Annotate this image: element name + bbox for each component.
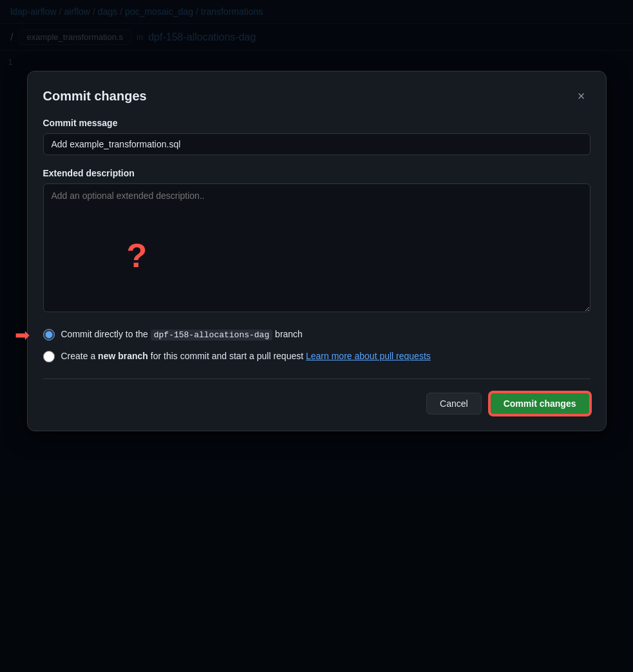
radio-section: ➡ Commit directly to the dpf-158-allocat… (43, 328, 590, 363)
arrow-annotation: ➡ (15, 324, 30, 345)
modal-footer: Cancel Commit changes (43, 392, 590, 415)
modal-header: Commit changes × (43, 87, 590, 105)
commit-message-label: Commit message (43, 118, 590, 128)
commit-message-input[interactable] (43, 133, 590, 155)
commit-modal: Commit changes × Commit message Extended… (27, 71, 607, 431)
learn-more-link[interactable]: Learn more about pull requests (306, 351, 431, 361)
branch-name-code: dpf-158-allocations-dag (151, 330, 272, 341)
modal-divider (43, 378, 590, 379)
radio-direct-option: ➡ Commit directly to the dpf-158-allocat… (43, 328, 590, 342)
radio-direct-input[interactable] (43, 329, 55, 341)
radio-direct-label: Commit directly to the dpf-158-allocatio… (61, 328, 303, 342)
description-textarea-wrapper: ? (43, 183, 590, 328)
modal-overlay: Commit changes × Commit message Extended… (0, 0, 633, 672)
commit-changes-button[interactable]: Commit changes (489, 392, 590, 415)
modal-title: Commit changes (43, 89, 147, 104)
extended-description-label: Extended description (43, 168, 590, 178)
radio-new-branch-input[interactable] (43, 351, 55, 362)
radio-new-branch-label: Create a new branch for this commit and … (61, 350, 431, 363)
extended-description-textarea[interactable] (43, 183, 590, 312)
modal-close-button[interactable]: × (572, 87, 590, 105)
new-branch-bold: new branch (98, 351, 148, 361)
radio-new-branch-option: Create a new branch for this commit and … (43, 350, 590, 363)
cancel-button[interactable]: Cancel (426, 393, 482, 415)
